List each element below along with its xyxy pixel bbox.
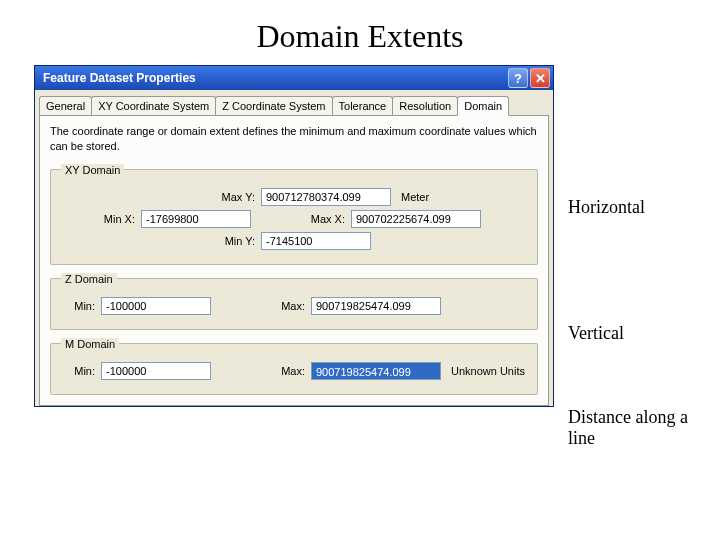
z-max-label: Max: — [231, 300, 311, 312]
minx-label: Min X: — [61, 213, 141, 225]
tab-strip: General XY Coordinate System Z Coordinat… — [35, 90, 553, 115]
m-unit: Unknown Units — [441, 365, 525, 377]
annotation-vertical: Vertical — [568, 323, 708, 344]
z-domain-legend: Z Domain — [61, 273, 117, 285]
xy-unit: Meter — [391, 191, 429, 203]
z-min-label: Min: — [61, 300, 101, 312]
annotation-horizontal: Horizontal — [568, 197, 708, 218]
help-icon: ? — [514, 71, 522, 86]
tab-z-coord[interactable]: Z Coordinate System — [215, 96, 332, 115]
miny-label: Min Y: — [61, 235, 261, 247]
m-domain-group: M Domain Min: Max: 900719825474.099 Unkn… — [50, 338, 538, 395]
minx-field[interactable] — [141, 210, 251, 228]
maxy-field[interactable] — [261, 188, 391, 206]
xy-domain-legend: XY Domain — [61, 164, 124, 176]
tab-xy-coord[interactable]: XY Coordinate System — [91, 96, 216, 115]
help-button[interactable]: ? — [508, 68, 528, 88]
m-domain-legend: M Domain — [61, 338, 119, 350]
tab-domain[interactable]: Domain — [457, 96, 509, 116]
tab-general[interactable]: General — [39, 96, 92, 115]
m-max-label: Max: — [231, 365, 311, 377]
tab-resolution[interactable]: Resolution — [392, 96, 458, 115]
domain-description: The coordinate range or domain extent de… — [50, 124, 538, 154]
tab-panel-domain: The coordinate range or domain extent de… — [39, 115, 549, 406]
tab-tolerance[interactable]: Tolerance — [332, 96, 394, 115]
m-min-field[interactable] — [101, 362, 211, 380]
z-domain-group: Z Domain Min: Max: — [50, 273, 538, 330]
m-max-field[interactable]: 900719825474.099 — [311, 362, 441, 380]
z-max-field[interactable] — [311, 297, 441, 315]
maxx-label: Max X: — [271, 213, 351, 225]
maxy-label: Max Y: — [61, 191, 261, 203]
close-button[interactable]: ✕ — [530, 68, 550, 88]
titlebar: Feature Dataset Properties ? ✕ — [35, 66, 553, 90]
window-title: Feature Dataset Properties — [43, 71, 506, 85]
miny-field[interactable] — [261, 232, 371, 250]
slide-title: Domain Extents — [0, 0, 720, 65]
annotation-distance: Distance along a line — [568, 407, 708, 449]
close-icon: ✕ — [535, 71, 546, 86]
maxx-field[interactable] — [351, 210, 481, 228]
xy-domain-group: XY Domain Max Y: Meter Min X: Max X: Min… — [50, 164, 538, 265]
z-min-field[interactable] — [101, 297, 211, 315]
dialog-window: Feature Dataset Properties ? ✕ General X… — [34, 65, 554, 407]
m-min-label: Min: — [61, 365, 101, 377]
